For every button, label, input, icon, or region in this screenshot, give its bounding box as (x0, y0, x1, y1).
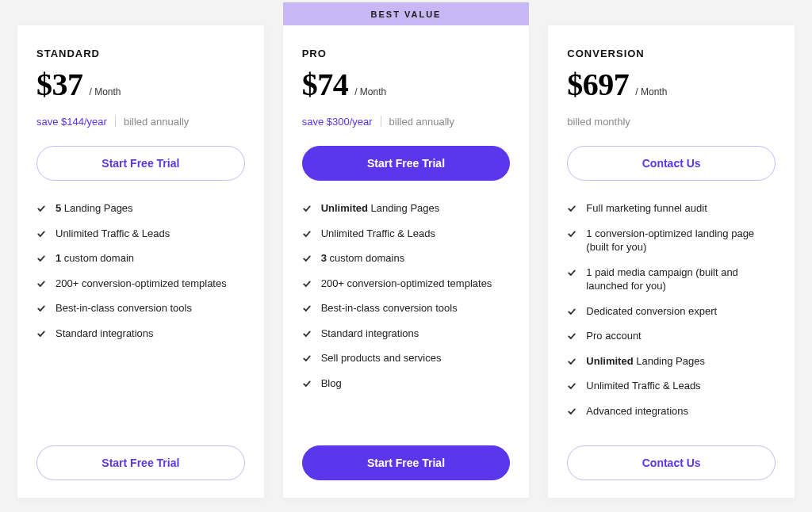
feature-item: 1 custom domain (36, 251, 245, 266)
feature-text: 1 paid media campaign (built and launche… (586, 266, 776, 293)
billing-row: save $300/yearbilled annually (302, 114, 511, 128)
feature-item: Unlimited Traffic & Leads (36, 227, 245, 241)
check-icon (36, 254, 46, 263)
check-icon (36, 279, 46, 288)
check-icon (302, 353, 312, 363)
feature-text: Standard integrations (321, 327, 419, 341)
feature-item: Standard integrations (36, 327, 245, 341)
separator (381, 116, 381, 127)
feature-text: Unlimited Traffic & Leads (321, 227, 435, 241)
price-row: $37/ Month (36, 66, 245, 103)
start-free-trial-button[interactable]: Start Free Trial (36, 445, 245, 480)
billing-cycle: billed monthly (567, 116, 630, 128)
feature-text: 5 Landing Pages (56, 201, 133, 216)
feature-list: Full marketing funnel audit1 conversion-… (567, 201, 776, 428)
price-period: / Month (635, 86, 667, 97)
feature-item: Best-in-class conversion tools (36, 301, 245, 315)
check-icon (567, 331, 576, 341)
feature-item: Blog (302, 376, 511, 391)
check-icon (302, 329, 312, 338)
check-icon (36, 329, 46, 338)
check-icon (567, 357, 576, 366)
check-icon (36, 304, 46, 313)
check-icon (302, 304, 312, 313)
feature-item: Unlimited Traffic & Leads (567, 379, 776, 393)
feature-text: Unlimited Traffic & Leads (56, 227, 170, 241)
feature-text: Full marketing funnel audit (586, 201, 707, 216)
feature-item: Pro account (567, 329, 776, 343)
feature-text: Best-in-class conversion tools (321, 301, 458, 315)
feature-item: 1 paid media campaign (built and launche… (567, 266, 776, 293)
price-row: $74/ Month (302, 66, 511, 103)
price-period: / Month (354, 86, 386, 97)
feature-text: Sell products and services (321, 351, 442, 365)
feature-item: 1 conversion-optimized landing page (bui… (567, 227, 776, 254)
check-icon (302, 379, 312, 388)
feature-item: 3 custom domains (302, 251, 511, 266)
feature-item: 200+ conversion-optimized templates (302, 277, 511, 291)
feature-text: 3 custom domains (321, 251, 405, 266)
feature-text: 200+ conversion-optimized templates (321, 277, 492, 291)
feature-text: Best-in-class conversion tools (56, 301, 192, 315)
price: $74 (302, 66, 349, 103)
feature-text: 200+ conversion-optimized templates (56, 277, 227, 291)
feature-text: Unlimited Traffic & Leads (586, 379, 700, 393)
check-icon (302, 229, 312, 239)
plan-name: STANDARD (36, 48, 245, 59)
feature-text: 1 conversion-optimized landing page (bui… (586, 227, 776, 254)
pricing-card: STANDARD$37/ Monthsave $144/yearbilled a… (17, 25, 264, 498)
feature-item: Unlimited Traffic & Leads (302, 227, 511, 241)
billing-cycle: billed annually (124, 116, 189, 128)
check-icon (302, 279, 312, 288)
price-period: / Month (90, 86, 121, 97)
price-row: $697/ Month (567, 66, 776, 103)
check-icon (302, 254, 312, 263)
savings-text: save $144/year (36, 116, 107, 128)
feature-item: 200+ conversion-optimized templates (36, 277, 245, 291)
contact-us-button[interactable]: Contact Us (567, 146, 776, 181)
pricing-grid: STANDARD$37/ Monthsave $144/yearbilled a… (0, 0, 812, 512)
feature-item: Unlimited Landing Pages (302, 201, 511, 216)
plan-name: CONVERSION (567, 48, 776, 59)
feature-list: 5 Landing PagesUnlimited Traffic & Leads… (36, 201, 245, 428)
feature-text: Blog (321, 376, 342, 391)
feature-item: Full marketing funnel audit (567, 201, 776, 216)
savings-text: save $300/year (302, 116, 373, 128)
feature-text: Advanced integrations (586, 404, 688, 418)
check-icon (567, 268, 576, 277)
feature-text: Standard integrations (56, 327, 154, 341)
check-icon (567, 381, 576, 391)
feature-text: Pro account (586, 329, 641, 343)
billing-row: save $144/yearbilled annually (36, 114, 245, 128)
billing-cycle: billed annually (389, 116, 454, 128)
check-icon (36, 229, 46, 239)
pricing-card: CONVERSION$697/ Monthbilled monthlyConta… (548, 25, 795, 498)
feature-item: Unlimited Landing Pages (567, 354, 776, 369)
feature-item: Dedicated conversion expert (567, 304, 776, 319)
feature-list: Unlimited Landing PagesUnlimited Traffic… (302, 201, 511, 428)
best-value-badge: BEST VALUE (283, 2, 530, 25)
check-icon (567, 407, 576, 416)
feature-text: 1 custom domain (56, 251, 134, 266)
price: $697 (567, 66, 629, 103)
feature-item: Best-in-class conversion tools (302, 301, 511, 315)
check-icon (302, 204, 312, 213)
start-free-trial-button[interactable]: Start Free Trial (302, 146, 511, 181)
plan-name: PRO (302, 48, 511, 59)
pricing-card: BEST VALUEPRO$74/ Monthsave $300/yearbil… (283, 25, 530, 498)
feature-item: Sell products and services (302, 351, 511, 365)
check-icon (567, 204, 576, 213)
separator (115, 116, 116, 127)
check-icon (567, 307, 576, 316)
feature-text: Unlimited Landing Pages (586, 354, 705, 369)
check-icon (567, 229, 576, 239)
billing-row: billed monthly (567, 114, 776, 128)
feature-item: Advanced integrations (567, 404, 776, 418)
contact-us-button[interactable]: Contact Us (567, 445, 776, 480)
feature-item: 5 Landing Pages (36, 201, 245, 216)
start-free-trial-button[interactable]: Start Free Trial (36, 146, 245, 181)
feature-item: Standard integrations (302, 327, 511, 341)
start-free-trial-button[interactable]: Start Free Trial (302, 445, 511, 480)
check-icon (36, 204, 46, 213)
feature-text: Unlimited Landing Pages (321, 201, 440, 216)
